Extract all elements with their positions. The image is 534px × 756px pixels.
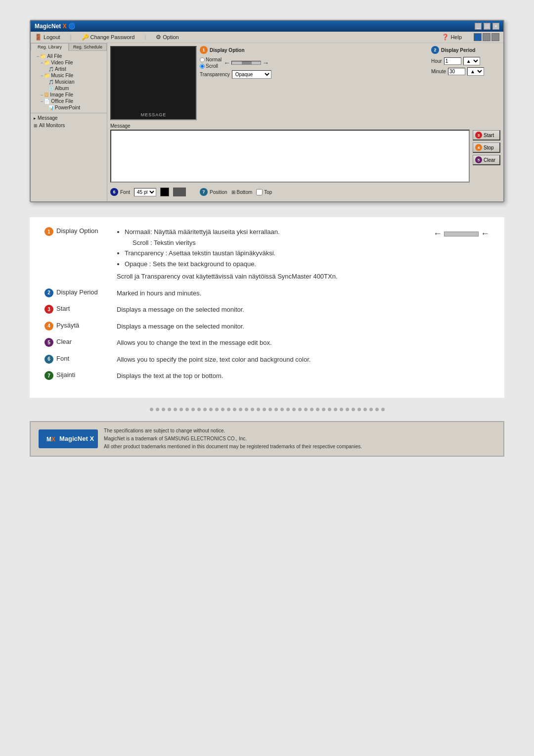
font-bg-button[interactable] [173, 188, 186, 196]
transparency-row: Transparency Opaque Transparent [200, 70, 426, 79]
menu-help[interactable]: ❓ Help [442, 34, 462, 41]
footer-line2: MagicNet is a trademark of SAMSUNG ELECT… [104, 435, 362, 443]
minute-label: Minute [431, 69, 446, 74]
dot [375, 408, 379, 411]
desc-def-2: Marked in hours and minutes. [117, 288, 490, 298]
hour-input[interactable] [444, 57, 461, 65]
tab-reg-library[interactable]: Reg. Library [31, 43, 69, 51]
desc-def-6: Allows you to specify the point size, te… [117, 355, 490, 365]
radio-normal[interactable]: Normal [200, 57, 222, 62]
arrow-left-icon: ← [223, 59, 230, 67]
file-icon: 🎵 [48, 80, 54, 85]
tree-music-file[interactable]: − 📁 Music File [41, 72, 105, 79]
dot-divider [30, 408, 504, 411]
minute-input[interactable] [448, 68, 465, 75]
close-button[interactable]: × [492, 23, 499, 30]
folder-icon: 📁 [44, 60, 50, 65]
position-section: 7 Position [200, 188, 227, 196]
transparency-label: Transparency [200, 72, 230, 77]
dot [162, 408, 165, 411]
main-panel: MESSAGE 1 Display Option [107, 43, 503, 201]
font-color-button[interactable] [160, 188, 169, 196]
start-button[interactable]: 3 Start [473, 130, 500, 141]
dot [257, 408, 260, 411]
dot [304, 408, 308, 411]
footer: M X MagicNet X The specifications are su… [30, 421, 504, 457]
menu-change-password[interactable]: 🔑 Change Password [82, 34, 135, 41]
desc-badge-7: 7 [44, 371, 53, 380]
file-icon: 📊 [48, 105, 54, 110]
display-option-badge: 1 [200, 46, 208, 54]
expand-icon: − [41, 93, 43, 97]
dot [286, 408, 290, 411]
desc-row-3: 3 Start Displays a message on the select… [44, 305, 490, 315]
message-box-area: Message [110, 123, 470, 183]
minimize-button[interactable]: _ [475, 23, 482, 30]
tree-image-file[interactable]: − 🖼 Image File [41, 92, 105, 98]
font-size-select[interactable]: 45 pt 36 pt 24 pt [134, 188, 156, 196]
display-period-box: 2 Display Period Hour ▲ [431, 46, 500, 120]
dot [316, 408, 319, 411]
tree-office-file[interactable]: − 📄 Office File [41, 98, 105, 104]
footer-text: The specifications are subject to change… [104, 427, 362, 451]
desc-badge-3: 3 [44, 305, 53, 314]
folder-icon: 📁 [40, 53, 46, 59]
transparency-select[interactable]: Opaque Transparent [232, 70, 271, 79]
scroll-row: Normal Scroll ← [200, 57, 426, 69]
menu-option-label: Option [163, 34, 178, 40]
tree-musician[interactable]: 🎵 Musician [48, 79, 105, 85]
footer-logo-icon: M X [43, 431, 57, 446]
tree-powerpoint[interactable]: 📊 PowerPoint [48, 104, 105, 111]
desc-badge-4: 4 [44, 322, 53, 331]
menu-logout[interactable]: 🚪 Logout [35, 34, 60, 41]
top-checkbox[interactable] [256, 189, 263, 195]
sidebar-bottom: ▸ Message ⊞ All Monitors [31, 113, 107, 130]
message-textarea[interactable] [110, 130, 470, 183]
hour-select[interactable]: ▲ [463, 57, 480, 65]
dot [280, 408, 284, 411]
scroll-bar-track [231, 61, 261, 65]
sidebar-all-monitors[interactable]: ⊞ All Monitors [33, 122, 105, 129]
clear-button[interactable]: 5 Clear [473, 155, 500, 165]
dot [334, 408, 337, 411]
desc-def-3: Displays a message on the selected monit… [117, 305, 490, 315]
desc-term-4: Pysäytä [56, 322, 79, 329]
tab-reg-schedule[interactable]: Reg. Schedule [69, 43, 107, 51]
square2 [483, 33, 490, 41]
tree-video-file[interactable]: − 📁 Video File [41, 59, 105, 66]
dot [245, 408, 248, 411]
tree-album[interactable]: 💿 Album [48, 85, 105, 92]
desc-badge-5: 5 [44, 338, 53, 347]
maximize-button[interactable]: □ [484, 23, 490, 30]
tree-all-file[interactable]: − 📁 All File [37, 53, 105, 59]
dot [381, 408, 385, 411]
password-icon: 🔑 [82, 34, 89, 41]
dot [357, 408, 361, 411]
menu-option[interactable]: ⚙ Option [156, 34, 178, 41]
desc-term-1: Display Option [56, 227, 98, 235]
dot [221, 408, 224, 411]
dot [352, 408, 355, 411]
minute-select[interactable]: ▲ [467, 67, 484, 76]
footer-line3: All other product trademarks mentioned i… [104, 443, 362, 451]
desc-term-6: Font [56, 355, 69, 362]
sidebar-message[interactable]: ▸ Message [33, 114, 105, 122]
menu-help-label: Help [450, 34, 462, 40]
radio-scroll[interactable]: Scroll [200, 63, 222, 69]
svg-text:M: M [46, 436, 51, 443]
app-window: MagicNet X 🌀 _ □ × 🚪 Logout | 🔑 Change P… [30, 20, 504, 202]
desc-arrow-left-icon: ← [433, 227, 442, 240]
folder-icon: 🖼 [44, 92, 49, 97]
dot [168, 408, 171, 411]
desc-def-4: Displays a message on the selected monit… [117, 322, 490, 331]
desc-row-1: 1 Display Option Normaali: Näyttää määri… [44, 227, 490, 282]
stop-button[interactable]: 4 Stop [473, 142, 500, 153]
tree-artist[interactable]: 🎵 Artist [48, 66, 105, 72]
display-option-title-row: 1 Display Option [200, 46, 426, 54]
display-period-label: Display Period [441, 47, 475, 53]
footer-logo-text: MagicNet X [59, 435, 94, 442]
dot [227, 408, 230, 411]
top-label: Top [264, 189, 272, 195]
expand-icon: − [41, 99, 43, 104]
desc-badge-col-1: 1 Display Option [44, 227, 109, 236]
